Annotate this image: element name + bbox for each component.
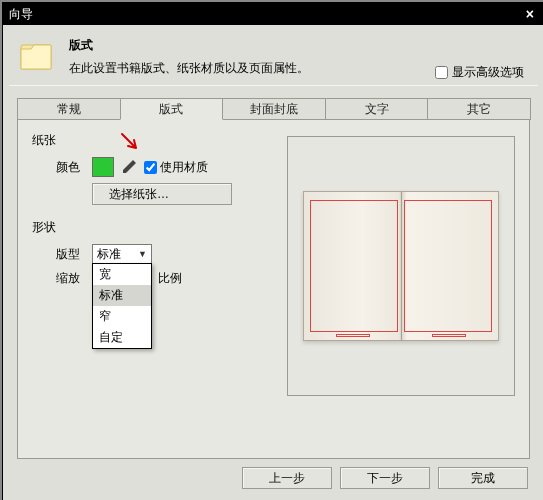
layout-option-wide[interactable]: 宽 [93,264,151,285]
wizard-window: 向导 × 版式 在此设置书籍版式、纸张材质以及页面属性。 显示高级选项 常规 版… [2,2,543,500]
tab-other[interactable]: 其它 [427,98,531,120]
show-advanced-label: 显示高级选项 [452,64,524,81]
use-material-checkbox[interactable] [144,161,157,174]
show-advanced-checkbox[interactable] [435,66,448,79]
prev-button[interactable]: 上一步 [242,467,332,489]
layout-option-custom[interactable]: 自定 [93,327,151,348]
book-preview [287,136,515,396]
layout-type-value: 标准 [97,246,121,263]
page-heading: 版式 [69,37,530,54]
eyedropper-icon[interactable] [120,158,138,176]
window-title: 向导 [9,6,33,23]
tab-cover[interactable]: 封面封底 [222,98,326,120]
layout-option-narrow[interactable]: 窄 [93,306,151,327]
layout-type-dropdown: 宽 标准 窄 自定 [92,263,152,349]
close-icon[interactable]: × [522,6,538,22]
scale-suffix: 比例 [158,270,182,287]
color-label: 颜色 [52,159,80,176]
separator [9,85,538,86]
select-paper-button[interactable]: 选择纸张… [92,183,232,205]
book-icon [303,191,499,341]
tab-panel-layout: 纸张 颜色 使用材质 选择纸张… 形状 版型 标准 ▼ 宽 [17,119,530,459]
tab-layout[interactable]: 版式 [120,98,224,120]
folder-icon [17,35,57,75]
color-swatch[interactable] [92,157,114,177]
wizard-header: 版式 在此设置书籍版式、纸张材质以及页面属性。 显示高级选项 [3,25,543,85]
finish-button[interactable]: 完成 [438,467,528,489]
chevron-down-icon: ▼ [138,249,147,259]
tab-strip: 常规 版式 封面封底 文字 其它 [17,98,530,120]
layout-type-combo[interactable]: 标准 ▼ 宽 标准 窄 自定 [92,244,152,264]
layout-type-label: 版型 [52,246,80,263]
titlebar: 向导 × [3,3,543,25]
layout-option-standard[interactable]: 标准 [93,285,151,306]
tab-general[interactable]: 常规 [17,98,121,120]
tab-text[interactable]: 文字 [325,98,429,120]
scale-label: 缩放 [52,270,80,287]
next-button[interactable]: 下一步 [340,467,430,489]
use-material-label: 使用材质 [160,159,208,176]
wizard-footer: 上一步 下一步 完成 [242,467,528,489]
